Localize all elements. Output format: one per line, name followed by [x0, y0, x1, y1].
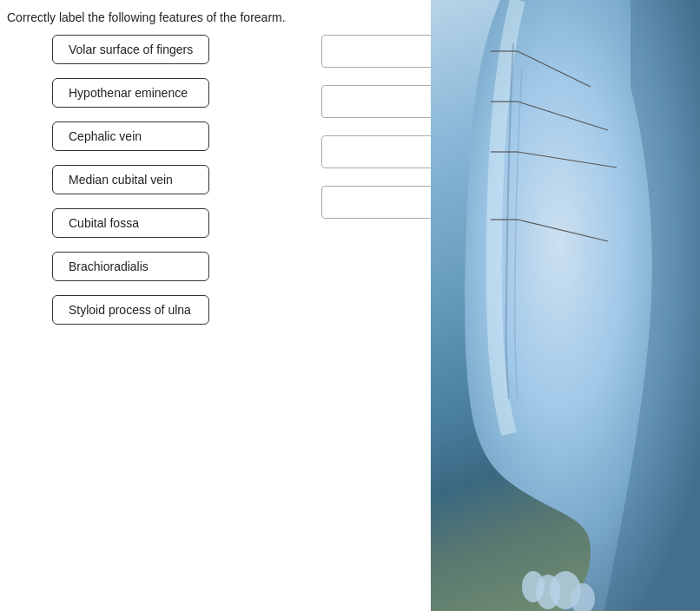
instruction-text: Correctly label the following features o…: [7, 10, 286, 24]
label-box-7[interactable]: Styloid process of ulna: [52, 295, 209, 325]
label-box-5[interactable]: Cubital fossa: [52, 208, 209, 238]
label-box-4[interactable]: Median cubital vein: [52, 165, 209, 194]
label-box-6[interactable]: Brachioradialis: [52, 252, 209, 281]
forearm-image: [431, 0, 700, 611]
labels-column: Volar surface of fingersHypothenar emine…: [52, 35, 209, 325]
svg-point-3: [522, 571, 545, 602]
label-box-3[interactable]: Cephalic vein: [52, 122, 209, 151]
label-box-2[interactable]: Hypothenar eminence: [52, 78, 209, 108]
label-box-1[interactable]: Volar surface of fingers: [52, 35, 209, 64]
